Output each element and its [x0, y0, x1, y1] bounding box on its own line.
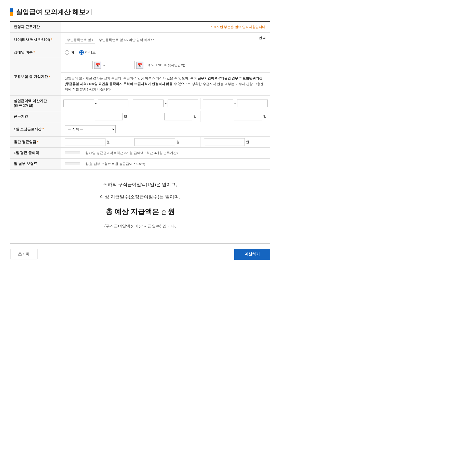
calendar-start-icon[interactable]: 📅 — [94, 62, 101, 69]
daily-avg-row: 1일 평균 급여액 원 (1일 평균급여액 = 최근 3개월 급여액 / 최근 … — [10, 148, 270, 159]
daily-avg-value — [65, 151, 80, 154]
tilde-1: ~ — [95, 102, 97, 105]
salary-won-3: 원 — [246, 140, 249, 144]
salary-won-2: 원 — [176, 140, 180, 144]
daily-hours-select[interactable]: --- 선택 --- 1시간 2시간 3시간 4시간 5시간 6시간 7시간 8… — [65, 125, 116, 133]
work-days-input-3[interactable] — [234, 113, 262, 120]
salary-row: 원 원 원 — [61, 137, 270, 147]
salary-won-1: 원 — [106, 140, 110, 144]
insurance-notice-text: 실업급여 모의계산 결과는 실제 수급액, 수급자격 인정 여부와 차이가 있을… — [65, 76, 266, 92]
date-end-input[interactable] — [107, 61, 135, 69]
radio-no-circle — [79, 50, 84, 55]
date-range-row: 📅 - 📅 예:20170101(숫자만입력) — [65, 61, 266, 69]
disability-cell: 예 아니오 — [61, 47, 270, 58]
calc-period-col-2: ~ — [131, 98, 201, 109]
work-days-item-2: 일 — [131, 111, 201, 122]
button-row: 초기화 계산하기 — [10, 243, 270, 260]
date-input-cell: 📅 - 📅 예:20170101(숫자만입력) — [61, 58, 270, 73]
calc-period-row: 실업급여액 계산기간(최근 3개월) ~ ~ ~ — [10, 96, 270, 111]
radio-yes[interactable]: 예 — [65, 50, 74, 55]
calc-period-end-1[interactable] — [98, 100, 128, 107]
working-days-row: 일 일 일 — [61, 111, 270, 122]
salary-input-1[interactable] — [65, 138, 105, 146]
result-line3: 총 예상 지급액은 은 원 — [15, 204, 265, 220]
monthly-insurance-row: 월 납부 보험료 원(월 납부 보험료 = 월 평균급여 X 0.9%) — [10, 159, 270, 170]
daily-hours-cell: --- 선택 --- 1시간 2시간 3시간 4시간 5시간 6시간 7시간 8… — [61, 122, 270, 137]
age-unit: 만 세 — [259, 36, 266, 40]
monthly-insurance-desc: 원(월 납부 보험료 = 월 평균급여 X 0.9%) — [83, 162, 145, 166]
monthly-wage-row: 월간 평균임금 * 원 원 원 — [10, 137, 270, 148]
calc-period-col-3: ~ — [200, 98, 270, 109]
salary-item-1: 원 — [61, 137, 131, 147]
work-period-row: 근무기간 일 일 일 — [10, 111, 270, 122]
calc-period-label: 실업급여액 계산기간(최근 3개월) — [10, 96, 61, 111]
section-header-row: 연령과 근무기간 * 표시된 부분은 필수 입력사항입니다. — [10, 21, 270, 33]
radio-yes-label: 예 — [71, 50, 74, 55]
work-days-item-3: 일 — [200, 111, 270, 122]
daily-hours-label: 1일 소정근로시간 * — [10, 122, 61, 137]
date-separator: - — [103, 63, 105, 67]
work-period-label: 근무기간 — [10, 111, 61, 122]
calc-period-start-3[interactable] — [203, 100, 233, 107]
calendar-end-icon[interactable]: 📅 — [136, 62, 143, 69]
monthly-insurance-label: 월 납부 보험료 — [10, 159, 61, 170]
title-decoration-icon — [10, 8, 13, 16]
daily-avg-cell: 원 (1일 평균급여액 = 최근 3개월 급여액 / 최근 3개월 근무기간) — [61, 148, 270, 159]
disability-label: 장애인 여부 * — [10, 47, 61, 58]
required-note: * 표시된 부분은 필수 입력사항입니다. — [61, 21, 270, 33]
calc-period-cols: ~ ~ ~ — [61, 98, 270, 109]
date-example: 예:20170101(숫자만입력) — [145, 63, 185, 67]
page-title-text: 실업급여 모의계산 해보기 — [16, 8, 92, 17]
calc-period-end-2[interactable] — [168, 100, 198, 107]
monthly-wage-label: 월간 평균임금 * — [10, 137, 61, 148]
calc-period-start-1[interactable] — [63, 100, 94, 107]
radio-yes-circle — [65, 50, 69, 55]
monthly-wage-cell: 원 원 원 — [61, 137, 270, 148]
insurance-period-row: 고용보험 총 가입기간 * 📅 - 📅 예:20170101(숫자만입력) — [10, 58, 270, 73]
result-line2: 예상 지급일수(소정급여일수)는 일이며, — [15, 192, 265, 202]
disability-radio-group: 예 아니오 — [65, 50, 266, 55]
result-line3-won: 원 — [168, 208, 175, 216]
work-days-input-1[interactable] — [95, 113, 123, 120]
monthly-insurance-value — [65, 162, 80, 165]
date-start-input[interactable] — [65, 61, 93, 69]
notice-bold-text: 근무기간이 6~7개월인 경우 피보험단위기간(무급휴일 제외) 180일 요건… — [65, 76, 262, 86]
main-form-table: 연령과 근무기간 * 표시된 부분은 필수 입력사항입니다. 나이(퇴사 당시 … — [10, 21, 270, 170]
result-line4: (구직급여일액 x 예상 지급일수) 입니다. — [15, 222, 265, 231]
daily-avg-label: 1일 평균 급여액 — [10, 148, 61, 159]
result-section: 귀하의 구직급여일액(1일)은 원이고, 예상 지급일수(소정급여일수)는 일이… — [10, 170, 270, 236]
salary-item-3: 원 — [200, 137, 270, 147]
calculate-button[interactable]: 계산하기 — [234, 249, 270, 260]
age-label: 나이(퇴사 당시 만나이) * — [10, 33, 61, 47]
salary-input-2[interactable] — [134, 138, 175, 146]
disability-row: 장애인 여부 * 예 아니오 — [10, 47, 270, 58]
work-unit-3: 일 — [263, 114, 266, 119]
calc-period-col-1: ~ — [61, 98, 131, 109]
daily-avg-desc: 원 (1일 평균급여액 = 최근 3개월 급여액 / 최근 3개월 근무기간) — [83, 151, 178, 155]
insurance-notice-cell: 실업급여 모의계산 결과는 실제 수급액, 수급자격 인정 여부와 차이가 있을… — [61, 73, 270, 96]
age-period-label: 연령과 근무기간 — [10, 21, 61, 33]
age-cell: 주민등록번호 앞 6자리만 입력 하세요 만 세 — [61, 33, 270, 47]
work-unit-2: 일 — [193, 114, 197, 119]
radio-no[interactable]: 아니오 — [79, 50, 96, 55]
result-line3-bold: 총 예상 지급액은 — [105, 208, 159, 216]
insurance-label: 고용보험 총 가입기간 * — [10, 58, 61, 96]
calc-period-cell: ~ ~ ~ — [61, 96, 270, 111]
work-period-cell: 일 일 일 — [61, 111, 270, 122]
age-input[interactable] — [65, 36, 95, 44]
salary-input-3[interactable] — [204, 138, 245, 146]
result-line1: 귀하의 구직급여일액(1일)은 원이고, — [15, 180, 265, 190]
work-days-item-1: 일 — [61, 111, 131, 122]
page-title: 실업급여 모의계산 해보기 — [10, 8, 270, 17]
work-days-input-2[interactable] — [164, 113, 192, 120]
age-row: 나이(퇴사 당시 만나이) * 주민등록번호 앞 6자리만 입력 하세요 만 세 — [10, 33, 270, 47]
tilde-2: ~ — [165, 102, 167, 105]
calc-period-end-3[interactable] — [237, 100, 268, 107]
work-unit-1: 일 — [124, 114, 127, 119]
monthly-insurance-cell: 원(월 납부 보험료 = 월 평균급여 X 0.9%) — [61, 159, 270, 170]
tilde-3: ~ — [234, 102, 236, 105]
radio-no-label: 아니오 — [85, 50, 96, 55]
daily-hours-row: 1일 소정근로시간 * --- 선택 --- 1시간 2시간 3시간 4시간 5… — [10, 122, 270, 137]
calc-period-start-2[interactable] — [133, 100, 164, 107]
reset-button[interactable]: 초기화 — [10, 249, 37, 259]
